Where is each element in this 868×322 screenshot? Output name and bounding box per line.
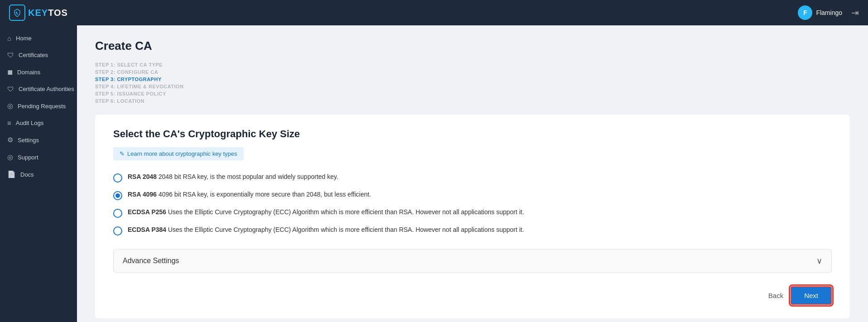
radio-rsa4096[interactable]: RSA 4096 4096 bit RSA key, is exponentia…: [113, 191, 832, 200]
radio-rsa2048[interactable]: RSA 2048 2048 bit RSA key, is the most p…: [113, 173, 832, 183]
advance-settings-title: Advance Settings: [123, 257, 179, 265]
logo: KEYTOS: [9, 5, 68, 21]
sidebar-item-domains[interactable]: ◼ Domains: [0, 63, 77, 81]
logo-icon: [9, 5, 25, 21]
audit-icon: ≡: [7, 119, 11, 127]
logout-icon[interactable]: ⇥: [851, 7, 859, 18]
radio-ecdsa-p256-label: ECDSA P256 Uses the Elliptic Curve Crypt…: [128, 208, 524, 216]
radio-rsa4096-circle: [113, 191, 122, 200]
top-right: F Flamingo ⇥: [798, 5, 859, 20]
step-2: STEP 2: CONFIGURE CA: [95, 69, 850, 75]
sidebar-item-certificates-label: Certificates: [19, 52, 48, 58]
radio-ecdsa-p256-circle: [113, 209, 122, 218]
logo-text: KEYTOS: [28, 8, 68, 18]
sidebar-item-ca-label: Certificate Authorities: [19, 86, 74, 92]
sidebar-item-home-label: Home: [16, 35, 32, 42]
step-1: STEP 1: SELECT CA TYPE: [95, 62, 850, 67]
support-icon: ◎: [7, 153, 13, 161]
card-title: Select the CA's Cryptographic Key Size: [113, 128, 832, 140]
logo-key: KEY: [28, 8, 48, 18]
sidebar-item-support[interactable]: ◎ Support: [0, 149, 77, 166]
learn-more-label: Learn more about cryptographic key types: [127, 150, 237, 157]
step-3: STEP 3: CRYPTOGRAPHY: [95, 77, 850, 82]
user-avatar: F: [798, 5, 812, 20]
next-button[interactable]: Next: [791, 286, 832, 305]
learn-more-icon: ✎: [120, 150, 125, 157]
radio-rsa4096-label: RSA 4096 4096 bit RSA key, is exponentia…: [128, 191, 371, 198]
action-row: Back Next: [113, 286, 832, 305]
top-bar: KEYTOS F Flamingo ⇥: [0, 0, 868, 25]
settings-icon: ⚙: [7, 136, 13, 144]
certificates-icon: 🛡: [7, 51, 14, 59]
advance-settings[interactable]: Advance Settings ∨: [113, 249, 832, 273]
sidebar-item-certificate-authorities[interactable]: 🛡 Certificate Authorities: [0, 81, 77, 97]
user-badge: F Flamingo: [798, 5, 842, 20]
page-title: Create CA: [95, 39, 850, 53]
steps-list: STEP 1: SELECT CA TYPE STEP 2: CONFIGURE…: [95, 62, 850, 104]
radio-ecdsa-p384-circle: [113, 226, 122, 235]
radio-ecdsa-p384[interactable]: ECDSA P384 Uses the Elliptic Curve Crypt…: [113, 226, 832, 235]
logo-tos: TOS: [48, 8, 68, 18]
step-4: STEP 4: LIFETIME & REVOCATION: [95, 84, 850, 89]
sidebar: ⌂ Home 🛡 Certificates ◼ Domains 🛡 Certif…: [0, 25, 77, 322]
main-layout: ⌂ Home 🛡 Certificates ◼ Domains 🛡 Certif…: [0, 25, 868, 322]
sidebar-item-audit-logs[interactable]: ≡ Audit Logs: [0, 115, 77, 131]
radio-rsa2048-circle: [113, 173, 122, 183]
sidebar-item-domains-label: Domains: [17, 69, 40, 76]
sidebar-item-docs-label: Docs: [20, 171, 34, 178]
pending-icon: ◎: [7, 102, 13, 110]
learn-more-button[interactable]: ✎ Learn more about cryptographic key typ…: [113, 147, 244, 160]
sidebar-item-docs[interactable]: 📄 Docs: [0, 166, 77, 183]
docs-icon: 📄: [7, 170, 16, 178]
chevron-down-icon: ∨: [816, 256, 822, 266]
sidebar-item-settings[interactable]: ⚙ Settings: [0, 131, 77, 149]
sidebar-item-settings-label: Settings: [18, 137, 39, 144]
user-name: Flamingo: [816, 9, 842, 16]
radio-rsa2048-label: RSA 2048 2048 bit RSA key, is the most p…: [128, 173, 338, 180]
sidebar-item-audit-label: Audit Logs: [16, 120, 43, 126]
step-6: STEP 6: LOCATION: [95, 98, 850, 104]
sidebar-item-pending-requests[interactable]: ◎ Pending Requests: [0, 97, 77, 115]
main-card: Select the CA's Cryptographic Key Size ✎…: [95, 115, 850, 318]
radio-ecdsa-p384-label: ECDSA P384 Uses the Elliptic Curve Crypt…: [128, 226, 524, 233]
radio-ecdsa-p256[interactable]: ECDSA P256 Uses the Elliptic Curve Crypt…: [113, 208, 832, 218]
domains-icon: ◼: [7, 68, 13, 76]
step-5: STEP 5: ISSUANCE POLICY: [95, 91, 850, 96]
sidebar-item-support-label: Support: [18, 154, 38, 161]
home-icon: ⌂: [7, 34, 11, 42]
sidebar-item-home[interactable]: ⌂ Home: [0, 30, 77, 47]
radio-options: RSA 2048 2048 bit RSA key, is the most p…: [113, 173, 832, 235]
back-button[interactable]: Back: [768, 292, 783, 299]
sidebar-item-pending-label: Pending Requests: [18, 103, 66, 110]
sidebar-item-certificates[interactable]: 🛡 Certificates: [0, 47, 77, 63]
content-area: Create CA STEP 1: SELECT CA TYPE STEP 2:…: [77, 25, 868, 322]
ca-icon: 🛡: [7, 85, 14, 93]
